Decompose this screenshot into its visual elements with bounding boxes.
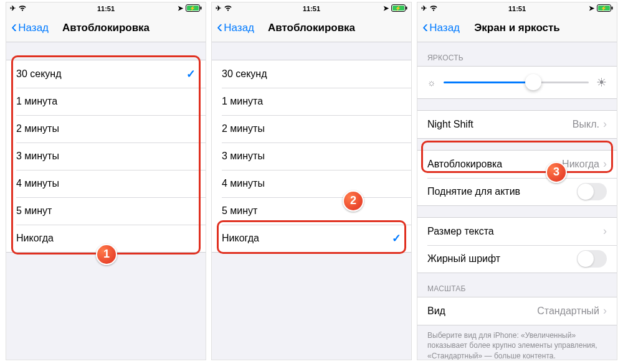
content: ЯРКОСТЬ ☼ ☀ Night Shift Выкл. › bbox=[417, 42, 617, 360]
autolock-value: Никогда bbox=[562, 159, 599, 170]
zoom-header: МАСШТАБ bbox=[417, 273, 617, 297]
content: 30 секунд✓ 1 минута 2 минуты 3 минуты 4 … bbox=[6, 60, 206, 253]
bold-switch[interactable] bbox=[577, 250, 607, 268]
checkmark-icon: ✓ bbox=[186, 67, 196, 81]
raise-label: Поднятие для актив bbox=[427, 186, 520, 197]
location-icon: ➤ bbox=[383, 4, 389, 12]
autolock-options-group: 30 секунд 1 минута 2 минуты 3 минуты 4 м… bbox=[212, 60, 411, 253]
back-label: Назад bbox=[18, 22, 49, 34]
text-size-label: Размер текста bbox=[427, 226, 494, 237]
view-label: Вид bbox=[427, 306, 445, 317]
bold-text-row[interactable]: Жирный шрифт bbox=[417, 245, 617, 273]
wifi-icon bbox=[224, 5, 232, 12]
phone-2: ✈ 11:51 ➤ ⚡ ‹ Назад Автоблокировка 30 bbox=[211, 2, 412, 360]
back-button[interactable]: ‹ Назад bbox=[217, 22, 254, 34]
airplane-icon: ✈ bbox=[10, 4, 16, 12]
text-group: Размер текста › Жирный шрифт bbox=[417, 217, 617, 273]
chevron-right-icon: › bbox=[603, 118, 607, 131]
option-2m[interactable]: 2 минуты bbox=[6, 115, 206, 142]
chevron-right-icon: › bbox=[603, 157, 607, 170]
option-4m[interactable]: 4 минуты bbox=[6, 170, 206, 197]
option-4m[interactable]: 4 минуты bbox=[212, 170, 411, 197]
status-time: 11:51 bbox=[6, 5, 206, 12]
battery-icon: ⚡ bbox=[186, 4, 202, 13]
svg-text:⚡: ⚡ bbox=[601, 5, 607, 11]
wifi-icon bbox=[18, 5, 27, 12]
chevron-right-icon: › bbox=[603, 304, 607, 317]
text-size-row[interactable]: Размер текста › bbox=[417, 218, 617, 245]
night-shift-group: Night Shift Выкл. › bbox=[417, 110, 617, 139]
battery-icon: ⚡ bbox=[391, 4, 407, 13]
back-label: Назад bbox=[429, 22, 460, 34]
content: 30 секунд 1 минута 2 минуты 3 минуты 4 м… bbox=[212, 60, 411, 253]
status-time: 11:51 bbox=[212, 5, 411, 12]
status-time: 11:51 bbox=[417, 5, 617, 12]
chevron-right-icon: › bbox=[603, 225, 607, 238]
view-value: Стандартный bbox=[537, 306, 599, 317]
svg-text:⚡: ⚡ bbox=[189, 5, 196, 11]
autolock-label: Автоблокировка bbox=[427, 159, 502, 170]
svg-rect-10 bbox=[612, 6, 613, 9]
location-icon: ➤ bbox=[178, 4, 183, 12]
nav-bar: ‹ Назад Автоблокировка bbox=[212, 15, 411, 42]
option-30s[interactable]: 30 секунд✓ bbox=[6, 60, 206, 88]
option-2m[interactable]: 2 минуты bbox=[212, 115, 411, 142]
autolock-row[interactable]: Автоблокировка Никогда › bbox=[417, 151, 617, 178]
option-1m[interactable]: 1 минута bbox=[6, 88, 206, 115]
airplane-icon: ✈ bbox=[421, 4, 427, 12]
view-row[interactable]: Вид Стандартный › bbox=[417, 297, 617, 325]
wifi-icon bbox=[429, 5, 438, 12]
night-shift-value: Выкл. bbox=[573, 119, 599, 130]
nav-bar: ‹ Назад Автоблокировка bbox=[6, 15, 206, 42]
nav-bar: ‹ Назад Экран и яркость bbox=[417, 15, 617, 42]
option-3m[interactable]: 3 минуты bbox=[212, 142, 411, 170]
brightness-header: ЯРКОСТЬ bbox=[417, 42, 617, 66]
option-5m[interactable]: 5 минут bbox=[212, 197, 411, 225]
brightness-row: ☼ ☀ bbox=[417, 66, 617, 99]
svg-text:⚡: ⚡ bbox=[395, 5, 401, 11]
bold-label: Жирный шрифт bbox=[427, 253, 500, 264]
airplane-icon: ✈ bbox=[216, 4, 221, 12]
option-5m[interactable]: 5 минут bbox=[6, 197, 206, 225]
phone-3: ✈ 11:51 ➤ ⚡ ‹ Назад Экран и яркость ЯРКО… bbox=[417, 2, 617, 360]
status-bar: ✈ 11:51 ➤ ⚡ bbox=[417, 2, 617, 15]
night-shift-label: Night Shift bbox=[427, 119, 473, 130]
sun-small-icon: ☼ bbox=[427, 77, 436, 88]
footer-text: Выберите вид для iPhone: «Увеличенный» п… bbox=[417, 325, 617, 360]
svg-rect-6 bbox=[406, 6, 407, 9]
svg-rect-2 bbox=[201, 6, 202, 9]
option-never[interactable]: Никогда bbox=[6, 225, 206, 252]
option-3m[interactable]: 3 минуты bbox=[6, 142, 206, 170]
status-bar: ✈ 11:51 ➤ ⚡ bbox=[212, 2, 411, 15]
location-icon: ➤ bbox=[589, 4, 594, 12]
brightness-slider[interactable] bbox=[444, 82, 589, 83]
raise-switch[interactable] bbox=[577, 183, 607, 200]
autolock-group: Автоблокировка Никогда › Поднятие для ак… bbox=[417, 150, 617, 206]
sun-big-icon: ☀ bbox=[596, 75, 607, 90]
option-30s[interactable]: 30 секунд bbox=[212, 60, 411, 88]
phone-1: ✈ 11:51 ➤ ⚡ ‹ Назад Автоблокировка 30 bbox=[6, 2, 206, 360]
option-1m[interactable]: 1 минута bbox=[212, 88, 411, 115]
back-button[interactable]: ‹ Назад bbox=[11, 22, 49, 34]
view-group: Вид Стандартный › bbox=[417, 297, 617, 325]
night-shift-row[interactable]: Night Shift Выкл. › bbox=[417, 111, 617, 138]
back-label: Назад bbox=[224, 22, 254, 34]
status-bar: ✈ 11:51 ➤ ⚡ bbox=[6, 2, 206, 15]
autolock-options-group: 30 секунд✓ 1 минута 2 минуты 3 минуты 4 … bbox=[6, 60, 206, 253]
option-never[interactable]: Никогда✓ bbox=[212, 225, 411, 252]
raise-to-wake-row[interactable]: Поднятие для актив bbox=[417, 178, 617, 205]
checkmark-icon: ✓ bbox=[392, 231, 401, 245]
battery-icon: ⚡ bbox=[597, 4, 613, 13]
back-button[interactable]: ‹ Назад bbox=[422, 22, 460, 34]
